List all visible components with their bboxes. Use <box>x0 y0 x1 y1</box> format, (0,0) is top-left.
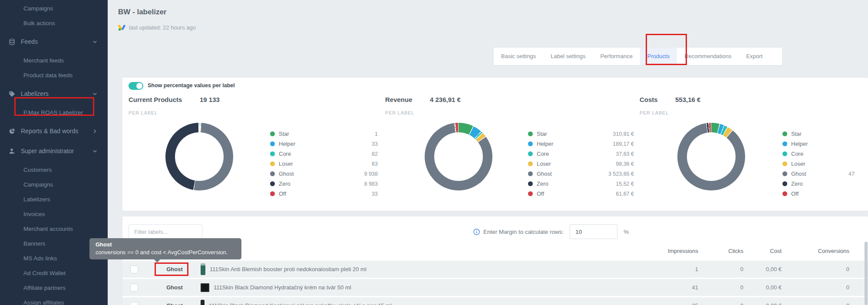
sidebar-item-merchant-feeds[interactable]: Merchant feeds <box>0 53 108 68</box>
legend-item: Ghost 9 938 <box>270 169 378 179</box>
margin-input[interactable] <box>570 224 617 239</box>
row-checkbox[interactable] <box>130 266 138 273</box>
sidebar-item-label: Assign affiliates <box>23 299 64 305</box>
table-row: Ghost 111Skin Anti Blemish booster proti… <box>122 261 868 278</box>
legend-label: Star <box>537 131 547 137</box>
conversions-value: 0 <box>782 284 849 291</box>
legend-value: 3 523,65 € <box>608 171 634 177</box>
sidebar-item-label: Merchant accounts <box>23 226 73 232</box>
percentage-toggle[interactable] <box>129 82 143 90</box>
sidebar-item-labelizers[interactable]: Labelizers <box>0 85 108 102</box>
filter-labels-input[interactable] <box>129 224 202 239</box>
tab-recommendations[interactable]: Recommendations <box>677 48 739 65</box>
sidebar-item-affiliate-partners[interactable]: Affiliate partners <box>0 280 108 295</box>
chart-total-value: 553,16 € <box>675 96 700 103</box>
legend-label: Core <box>537 151 549 157</box>
legend-item: Loser 98,36 € <box>528 159 634 169</box>
row-label: Ghost <box>149 266 201 272</box>
pie-chart-icon <box>9 128 16 134</box>
legend-label: Zero <box>791 180 803 187</box>
sidebar-item-reports-bad-words[interactable]: Reports & Bad words <box>0 122 108 140</box>
legend-value: 310,91 € <box>613 131 634 137</box>
chart-subtitle: PER LABEL <box>129 110 158 115</box>
chart-legend: Star Helper Core Loser Ghost 47 <box>782 129 868 199</box>
legend-label: Loser <box>537 161 551 167</box>
legend-item: Zero <box>782 179 868 189</box>
legend-item: Ghost 3 523,65 € <box>528 169 634 179</box>
margin-label: Enter Margin to calculate rows: <box>483 229 564 235</box>
google-ads-icon <box>118 24 125 31</box>
chevron-down-icon <box>92 39 97 44</box>
legend-item: Zero 8 983 <box>270 179 378 189</box>
sidebar-item-feeds[interactable]: Feeds <box>0 33 108 50</box>
donut-chart-revenue <box>425 123 492 190</box>
tab-export[interactable]: Export <box>739 48 770 65</box>
chart-subtitle: PER LABEL <box>385 110 414 115</box>
page-title: BW - labelizer <box>118 8 166 16</box>
legend-item: Core 37,63 € <box>528 149 634 159</box>
legend-label: Loser <box>279 161 293 167</box>
cost-value: 0,00 € <box>743 302 782 305</box>
conversions-value: 0 <box>782 302 849 305</box>
vertical-scrollbar-thumb[interactable] <box>865 242 868 305</box>
sidebar-item-label: Bulk actions <box>23 20 55 26</box>
sidebar-item-customers[interactable]: Customers <box>0 162 108 177</box>
chart-title: Current Products <box>129 96 182 103</box>
tab-products[interactable]: Products <box>640 48 677 65</box>
table-row: Ghost 111Skin Black Diamond Kontúrový gé… <box>122 297 868 305</box>
legend-color-dot <box>782 141 787 146</box>
legend-label: Core <box>791 151 803 157</box>
legend-label: Zero <box>537 180 548 187</box>
sidebar-item-campaigns[interactable]: Campaigns <box>0 1 108 16</box>
legend-color-dot <box>270 131 275 136</box>
sidebar-item-label: Reports & Bad words <box>21 128 78 134</box>
chart-subtitle: PER LABEL <box>640 110 669 115</box>
sidebar-item-invoices[interactable]: Invoices <box>0 207 108 221</box>
legend-value: 63 <box>372 161 378 167</box>
legend-item: Core 82 <box>270 149 378 159</box>
sidebar-item-ad-credit-wallet[interactable]: Ad Credit Wallet <box>0 266 108 280</box>
sidebar-item-bulk-actions[interactable]: Bulk actions <box>0 16 108 30</box>
table-row: Ghost 111Skin Black Diamond Hydratačný k… <box>122 279 868 296</box>
tab-performance[interactable]: Performance <box>593 48 640 65</box>
sidebar-item-merchant-accounts[interactable]: Merchant accounts <box>0 221 108 236</box>
legend-color-dot <box>782 161 787 166</box>
row-checkbox[interactable] <box>130 302 138 305</box>
row-checkbox[interactable] <box>130 284 138 292</box>
sidebar-item-label: Banners <box>23 240 45 247</box>
legend-color-dot <box>782 171 787 176</box>
legend-value: 189,17 € <box>613 141 634 147</box>
clicks-value: 0 <box>698 284 743 291</box>
sidebar-item-label: Campaigns <box>23 181 53 188</box>
legend-value: 82 <box>372 151 378 157</box>
chart-legend: Star 310,91 € Helper 189,17 € Core 37,63… <box>528 129 634 199</box>
conversions-value: 0 <box>782 266 849 272</box>
tab-basic-settings[interactable]: Basic settings <box>494 48 543 65</box>
legend-item: Off <box>782 189 868 199</box>
sidebar-item-label: Feeds <box>21 38 38 45</box>
legend-item: Helper 33 <box>270 139 378 149</box>
sidebar-item-label: Super administrator <box>21 148 74 154</box>
product-thumbnail <box>201 283 209 292</box>
sidebar-item-product-data-feeds[interactable]: Product data feeds <box>0 68 108 82</box>
sidebar-item-label: Ad Credit Wallet <box>23 270 66 276</box>
donut-chart-costs <box>677 123 745 190</box>
tab-label-settings[interactable]: Label settings <box>543 48 593 65</box>
tooltip-title: Ghost <box>96 241 235 248</box>
sidebar-item-assign-affiliates[interactable]: Assign affiliates <box>0 295 108 305</box>
legend-label: Loser <box>791 161 805 167</box>
toggle-label: Show percentage values per label <box>148 82 235 89</box>
legend-label: Helper <box>791 141 808 147</box>
legend-label: Core <box>279 151 291 157</box>
legend-value: 15,52 € <box>616 181 634 187</box>
sidebar-item-labelizers[interactable]: Labelizers <box>0 192 108 207</box>
sidebar-item-p-max-roas-labelizer[interactable]: P.Max ROAS Labelizer <box>0 105 108 120</box>
sidebar-item-campaigns[interactable]: Campaigns <box>0 177 108 192</box>
legend-item: Core <box>782 149 868 159</box>
sidebar-item-super-administrator[interactable]: Super administrator <box>0 142 108 160</box>
info-icon <box>473 229 480 235</box>
chart-total-value: 4 236,91 € <box>430 96 461 103</box>
sidebar-item-label: MS Ads links <box>23 255 57 262</box>
legend-label: Star <box>791 131 802 137</box>
legend-color-dot <box>528 161 533 166</box>
